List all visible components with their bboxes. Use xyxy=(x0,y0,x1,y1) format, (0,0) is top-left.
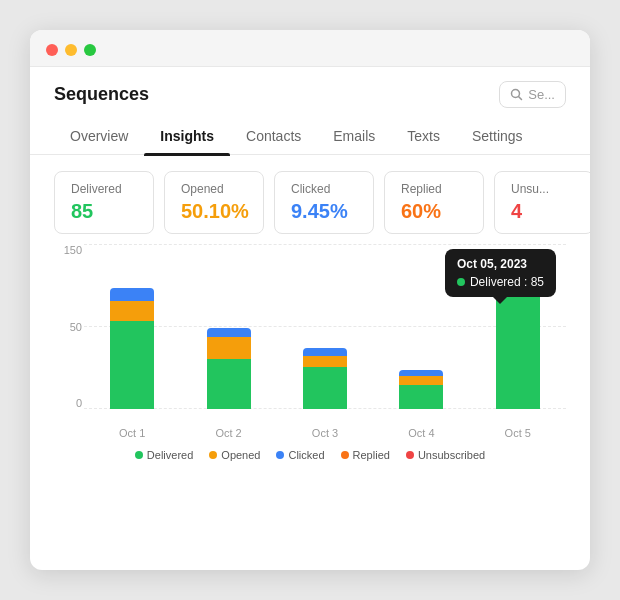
search-label: Se... xyxy=(528,87,555,102)
search-box[interactable]: Se... xyxy=(499,81,566,108)
bar-group xyxy=(110,288,154,409)
stat-delivered: Delivered 85 xyxy=(54,171,154,234)
bar-seg-delivered xyxy=(496,266,540,409)
y-label-50: 50 xyxy=(54,321,82,333)
y-axis: 150 50 0 xyxy=(54,244,82,409)
stat-clicked-label: Clicked xyxy=(291,182,357,196)
stat-unsubscribed-value: 4 xyxy=(511,200,577,223)
x-label: Oct 3 xyxy=(312,427,338,439)
stats-row: Delivered 85 Opened 50.10% Clicked 9.45%… xyxy=(30,155,590,244)
bar-stack xyxy=(496,266,540,409)
legend-item-clicked: Clicked xyxy=(276,449,324,461)
bar-group xyxy=(303,348,347,409)
titlebar xyxy=(30,30,590,67)
stat-clicked: Clicked 9.45% xyxy=(274,171,374,234)
stat-opened-label: Opened xyxy=(181,182,247,196)
legend-label: Delivered xyxy=(147,449,193,461)
legend-item-opened: Opened xyxy=(209,449,260,461)
bar-group xyxy=(496,266,540,409)
svg-line-1 xyxy=(519,97,522,100)
tab-texts[interactable]: Texts xyxy=(391,118,456,154)
page-header: Sequences Se... xyxy=(30,67,590,108)
bar-stack xyxy=(303,348,347,409)
stat-unsubscribed-label: Unsu... xyxy=(511,182,577,196)
stat-delivered-label: Delivered xyxy=(71,182,137,196)
bar-stack xyxy=(207,328,251,409)
bar-seg-opened xyxy=(110,301,154,321)
search-icon xyxy=(510,88,523,101)
legend-dot xyxy=(135,451,143,459)
x-label: Oct 5 xyxy=(505,427,531,439)
maximize-dot[interactable] xyxy=(84,44,96,56)
legend-label: Unsubscribed xyxy=(418,449,485,461)
legend-dot xyxy=(341,451,349,459)
x-label: Oct 2 xyxy=(215,427,241,439)
stat-clicked-value: 9.45% xyxy=(291,200,357,223)
close-dot[interactable] xyxy=(46,44,58,56)
bar-seg-opened xyxy=(399,376,443,385)
legend-dot xyxy=(276,451,284,459)
y-label-150: 150 xyxy=(54,244,82,256)
x-labels: Oct 1Oct 2Oct 3Oct 4Oct 5 xyxy=(84,427,566,439)
bar-group xyxy=(399,370,443,409)
bar-seg-opened xyxy=(303,356,347,367)
bar-stack xyxy=(399,370,443,409)
stat-replied: Replied 60% xyxy=(384,171,484,234)
tab-overview[interactable]: Overview xyxy=(54,118,144,154)
stat-unsubscribed: Unsu... 4 xyxy=(494,171,590,234)
tab-contacts[interactable]: Contacts xyxy=(230,118,317,154)
legend-item-replied: Replied xyxy=(341,449,390,461)
y-label-0: 0 xyxy=(54,397,82,409)
chart-area: 150 50 0 Oct 1Oct 2Oct 3Oct 4Oct 5 Oct 0… xyxy=(30,244,590,467)
nav-tabs: Overview Insights Contacts Emails Texts … xyxy=(30,118,590,155)
minimize-dot[interactable] xyxy=(65,44,77,56)
x-label: Oct 4 xyxy=(408,427,434,439)
legend-item-delivered: Delivered xyxy=(135,449,193,461)
x-label: Oct 1 xyxy=(119,427,145,439)
bar-seg-delivered xyxy=(110,321,154,409)
chart-container: 150 50 0 Oct 1Oct 2Oct 3Oct 4Oct 5 Oct 0… xyxy=(84,244,566,439)
stat-replied-value: 60% xyxy=(401,200,467,223)
bar-seg-delivered xyxy=(303,367,347,409)
bar-seg-delivered xyxy=(207,359,251,409)
stat-delivered-value: 85 xyxy=(71,200,137,223)
bar-stack xyxy=(110,288,154,409)
stat-opened: Opened 50.10% xyxy=(164,171,264,234)
tab-emails[interactable]: Emails xyxy=(317,118,391,154)
bar-group xyxy=(207,328,251,409)
legend-label: Replied xyxy=(353,449,390,461)
stat-replied-label: Replied xyxy=(401,182,467,196)
legend-label: Clicked xyxy=(288,449,324,461)
bars-row xyxy=(84,244,566,409)
bar-seg-opened xyxy=(207,337,251,359)
legend-item-unsubscribed: Unsubscribed xyxy=(406,449,485,461)
bar-seg-clicked xyxy=(110,288,154,301)
legend-dot xyxy=(406,451,414,459)
legend: DeliveredOpenedClickedRepliedUnsubscribe… xyxy=(54,439,566,467)
legend-dot xyxy=(209,451,217,459)
page-title: Sequences xyxy=(54,84,149,105)
tab-insights[interactable]: Insights xyxy=(144,118,230,154)
legend-label: Opened xyxy=(221,449,260,461)
bar-seg-clicked xyxy=(207,328,251,337)
stat-opened-value: 50.10% xyxy=(181,200,247,223)
tab-settings[interactable]: Settings xyxy=(456,118,539,154)
bar-seg-delivered xyxy=(399,385,443,409)
bar-seg-clicked xyxy=(303,348,347,356)
